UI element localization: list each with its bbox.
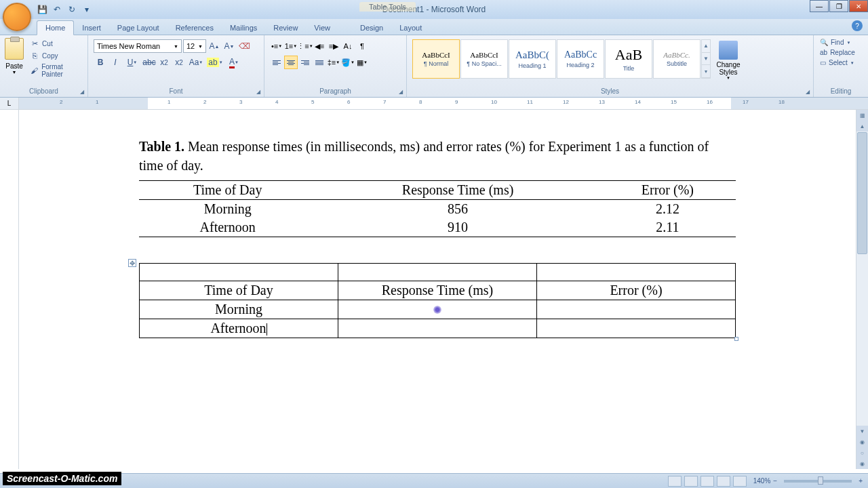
tab-view[interactable]: View [306,21,338,35]
tab-home[interactable]: Home [37,20,74,35]
find-button[interactable]: 🔍Find▼ [819,38,856,47]
format-painter-button[interactable]: 🖌Format Painter [28,62,85,79]
show-marks-button[interactable]: ¶ [355,39,369,53]
tab-design[interactable]: Design [352,21,391,35]
borders-button[interactable]: ▦▼ [355,56,369,69]
qat-undo[interactable]: ↶ [50,3,64,16]
zoom-level[interactable]: 140% [753,477,771,485]
shrink-font-button[interactable]: A▼ [222,39,236,53]
tab-selector[interactable]: L [0,98,19,109]
superscript-button[interactable]: x2 [172,56,186,69]
shading-button[interactable]: 🪣▼ [341,56,355,69]
replace-button[interactable]: abReplace [819,48,856,57]
paste-button[interactable]: Paste ▼ [3,37,26,76]
underline-button[interactable]: U▼ [123,56,141,69]
align-left-button[interactable] [270,56,283,69]
sort-button[interactable]: A↓ [341,39,355,53]
zoom-in[interactable]: + [859,477,863,485]
subscript-button[interactable]: x2 [157,56,171,69]
zoom-out[interactable]: − [773,477,777,485]
multilevel-button[interactable]: ⋮≡▼ [298,39,312,53]
style-heading2[interactable]: AaBbCcHeading 2 [557,39,604,79]
next-page[interactable]: ◉ [856,458,868,469]
brush-icon: 🖌 [30,66,39,75]
view-full-screen[interactable] [684,476,698,487]
styles-group-label: Styles [410,86,810,96]
align-justify-button[interactable] [313,56,326,69]
strikethrough-button[interactable]: abc [142,56,156,69]
style-title[interactable]: AaBTitle [605,39,652,79]
table-resize-handle[interactable] [734,337,738,341]
prev-page[interactable]: ◉ [856,436,868,447]
qat-save[interactable]: 💾 [35,3,49,16]
cut-button[interactable]: ✂Cut [28,38,85,49]
tab-references[interactable]: References [167,21,222,35]
styles-scroll-up[interactable]: ▲ [702,40,710,53]
tab-page-layout[interactable]: Page Layout [109,21,167,35]
grow-font-button[interactable]: A▲ [208,39,221,53]
font-color-button[interactable]: A▼ [225,56,243,69]
view-draft[interactable] [733,476,747,487]
watermark: Screencast-O-Matic.com [3,472,121,485]
editing-table[interactable]: Time of DayResponse Time (ms)Error (%) M… [139,263,736,338]
style-heading1[interactable]: AaBbC(Heading 1 [509,39,556,79]
view-web-layout[interactable] [701,476,714,487]
table-move-handle[interactable]: ✥ [128,259,136,267]
italic-button[interactable]: I [108,56,122,69]
office-button[interactable] [3,3,31,31]
clipboard-launcher[interactable]: ◢ [78,87,86,96]
help-button[interactable]: ? [852,20,863,31]
tab-insert[interactable]: Insert [74,21,109,35]
styles-gallery[interactable]: AaBbCcI¶ Normal AaBbCcI¶ No Spaci... AaB… [412,39,711,79]
document-canvas[interactable]: Table 1. Mean response times (in millise… [19,110,856,469]
copy-button[interactable]: ⎘Copy [28,50,85,61]
align-center-button[interactable] [284,56,298,69]
view-outline[interactable] [717,476,730,487]
highlight-button[interactable]: ab▼ [206,56,224,69]
bold-button[interactable]: B [94,56,107,69]
font-launcher[interactable]: ◢ [254,87,262,96]
style-no-spacing[interactable]: AaBbCcI¶ No Spaci... [460,39,508,79]
clear-formatting-button[interactable]: ⌫ [237,39,251,53]
horizontal-ruler[interactable]: 21123456789101112131415161718 [19,98,868,109]
style-subtitle[interactable]: AaBbCc.Subtitle [653,39,701,79]
indent-increase-button[interactable]: ≡▶ [327,39,340,53]
indent-decrease-button[interactable]: ◀≡ [313,39,326,53]
vertical-ruler[interactable] [0,110,19,469]
replace-icon: ab [820,49,827,56]
find-icon: 🔍 [820,39,828,46]
align-right-button[interactable] [298,56,312,69]
font-name-select[interactable]: Times New Roman▼ [94,39,182,53]
zoom-slider[interactable] [784,480,852,483]
styles-launcher[interactable]: ◢ [804,87,812,96]
qat-redo[interactable]: ↻ [65,3,79,16]
tab-layout[interactable]: Layout [391,21,430,35]
browse-object[interactable]: ○ [856,447,868,458]
select-button[interactable]: ▭Select▼ [819,58,856,67]
vertical-scrollbar[interactable]: ▦ ▲ ▼ ◉ ○ ◉ [856,110,868,469]
tab-mailings[interactable]: Mailings [222,21,265,35]
ruler-toggle[interactable]: ▦ [856,110,868,121]
line-spacing-button[interactable]: ‡≡▼ [327,56,340,69]
font-size-select[interactable]: 12▼ [183,39,206,53]
numbering-button[interactable]: 1≡▼ [284,39,298,53]
styles-scroll-down[interactable]: ▼ [702,53,710,66]
minimize-button[interactable]: — [810,0,829,12]
style-normal[interactable]: AaBbCcI¶ Normal [412,39,460,79]
scroll-up[interactable]: ▲ [856,121,868,131]
tab-review[interactable]: Review [265,21,306,35]
scissors-icon: ✂ [30,39,39,48]
styles-expand[interactable]: ▾ [702,65,710,78]
scroll-down[interactable]: ▼ [856,426,868,436]
paste-label: Paste [5,62,23,70]
view-print-layout[interactable] [668,476,682,487]
paragraph-launcher[interactable]: ◢ [397,87,405,96]
change-styles-button[interactable]: Change Styles ▼ [713,39,743,81]
maximize-button[interactable]: ❐ [829,0,848,12]
change-case-button[interactable]: Aa▼ [187,56,205,69]
bullets-button[interactable]: •≡▼ [270,39,283,53]
close-button[interactable]: ✕ [849,0,868,12]
qat-customize[interactable]: ▾ [80,3,94,16]
change-styles-icon [719,41,738,60]
scroll-thumb[interactable] [857,132,867,254]
